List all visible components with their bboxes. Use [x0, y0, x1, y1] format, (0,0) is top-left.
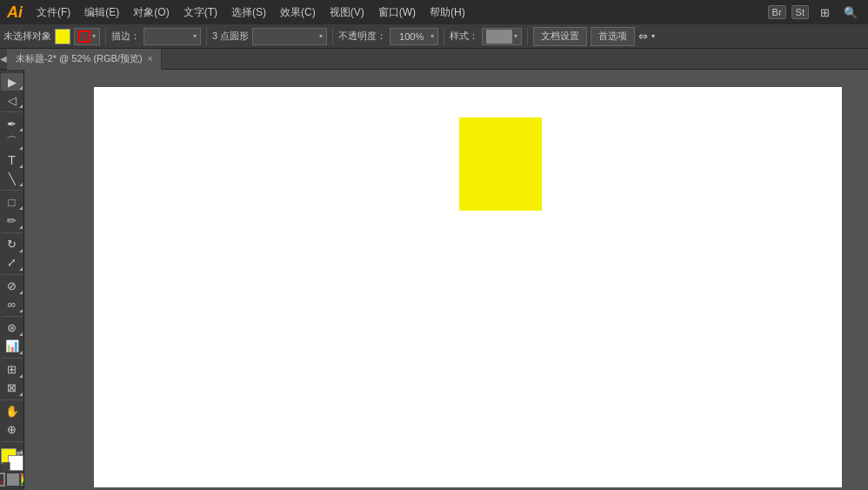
doc-settings-button[interactable]: 文档设置 [533, 27, 587, 46]
tool-sep-7 [2, 399, 23, 400]
rectangle-icon: □ [9, 196, 16, 209]
separator-3 [332, 28, 333, 45]
line-tool[interactable]: ╲ [1, 170, 23, 187]
menu-file[interactable]: 文件(F) [33, 3, 74, 22]
swap-colors-icon[interactable]: ⇄ [17, 448, 23, 457]
main-layout: ▶ ◁ ✒ ⌒ T ╲ □ ✏ [0, 70, 868, 490]
artboard-icon: ⊞ [7, 363, 17, 376]
select-tool[interactable]: ▶ [1, 73, 23, 91]
brush-dropdown[interactable]: ▾ [252, 28, 327, 45]
select-icon: ▶ [8, 76, 17, 89]
app-logo: Ai [7, 3, 23, 22]
menu-select[interactable]: 选择(S) [228, 3, 270, 22]
color-mode-icon[interactable] [7, 473, 19, 486]
none-stroke-row [0, 473, 24, 487]
eyedropper-icon: ⊘ [7, 279, 17, 292]
color-area: ⇄ ⬛ [0, 448, 24, 487]
none-icon[interactable] [0, 473, 5, 487]
menu-object[interactable]: 对象(O) [130, 3, 172, 22]
tool-sep-6 [2, 358, 23, 359]
direct-select-icon: ◁ [8, 94, 17, 107]
search-icon[interactable]: 🔍 [840, 3, 861, 21]
tab-close-button[interactable]: × [148, 54, 153, 64]
menu-edit[interactable]: 编辑(E) [81, 3, 123, 22]
stroke-label: 描边： [111, 30, 140, 43]
separator-2 [206, 28, 207, 45]
opacity-dropdown[interactable]: 100% ▾ [390, 28, 438, 45]
zoom-tool[interactable]: ⊕ [1, 421, 23, 439]
workspace-icon[interactable]: ⊞ [814, 3, 835, 21]
point-label: 3 点圆形 [212, 30, 249, 43]
pen-icon: ✒ [7, 117, 17, 131]
selection-status: 未选择对象 [3, 30, 51, 43]
column-graph-tool[interactable]: 📊 [1, 338, 23, 355]
rotate-icon: ↻ [7, 238, 17, 251]
zoom-icon: ⊕ [7, 423, 17, 436]
line-icon: ╲ [9, 172, 16, 185]
tab-scroll-left[interactable]: ◀ [0, 49, 7, 70]
menu-effect[interactable]: 效果(C) [277, 3, 319, 22]
stock-button[interactable]: St [791, 5, 809, 19]
titlebar-right: Br St ⊞ 🔍 [768, 3, 861, 21]
options-toolbar: 未选择对象 ▾ 描边： ▾ 3 点圆形 ▾ 不透明度： 100% ▾ 样式： ▾… [0, 24, 868, 49]
hand-icon: ✋ [5, 405, 19, 418]
separator-1 [105, 28, 106, 45]
direct-select-tool[interactable]: ◁ [1, 91, 23, 109]
symbol-icon: ⊛ [7, 321, 17, 334]
hand-tool[interactable]: ✋ [1, 403, 23, 420]
separator-5 [527, 28, 528, 45]
style-dropdown[interactable]: ▾ [482, 28, 522, 45]
tab-label: 未标题-2* @ 52% (RGB/预览) [16, 52, 143, 65]
curvature-tool[interactable]: ⌒ [1, 133, 23, 151]
eyedropper-tool[interactable]: ⊘ [1, 278, 23, 295]
canvas-area[interactable] [24, 70, 868, 490]
toolbar-options-arrow[interactable]: ▾ [651, 32, 655, 40]
blend-tool[interactable]: ∞ [1, 296, 23, 313]
menu-help[interactable]: 帮助(H) [426, 3, 469, 22]
menu-view[interactable]: 视图(V) [326, 3, 368, 22]
menu-type[interactable]: 文字(T) [180, 3, 221, 22]
rotate-tool[interactable]: ↻ [1, 235, 23, 252]
opacity-label: 不透明度： [338, 30, 386, 43]
tool-sep-4 [2, 274, 23, 275]
type-tool[interactable]: T [1, 151, 23, 169]
curvature-icon: ⌒ [6, 134, 17, 150]
warp-icon: ⤢ [7, 256, 17, 269]
stroke-dropdown[interactable]: ▾ [74, 28, 100, 45]
fill-swatch[interactable] [55, 29, 70, 44]
stroke-width-dropdown[interactable]: ▾ [144, 28, 201, 45]
paintbrush-icon: ✏ [7, 214, 17, 227]
column-graph-icon: 📊 [5, 339, 19, 352]
tool-sep-5 [2, 316, 23, 317]
tool-sep-3 [2, 232, 23, 233]
color-swatches: ⇄ ⬛ [1, 448, 23, 471]
paintbrush-tool[interactable]: ✏ [1, 211, 23, 229]
blend-icon: ∞ [8, 298, 16, 311]
reset-colors-icon[interactable]: ⬛ [1, 462, 10, 471]
type-icon: T [8, 153, 16, 167]
titlebar: Ai 文件(F) 编辑(E) 对象(O) 文字(T) 选择(S) 效果(C) 视… [0, 0, 868, 24]
separator-4 [444, 28, 444, 45]
tab-bar: ◀ 未标题-2* @ 52% (RGB/预览) × [0, 49, 868, 70]
slice-tool[interactable]: ⊠ [1, 379, 23, 397]
symbol-tool[interactable]: ⊛ [1, 319, 23, 337]
document-tab[interactable]: 未标题-2* @ 52% (RGB/预览) × [7, 49, 162, 70]
bridge-button[interactable]: Br [768, 5, 786, 19]
arrange-icon[interactable]: ⇔ [638, 30, 648, 43]
warp-tool[interactable]: ⤢ [1, 254, 23, 272]
pen-tool[interactable]: ✒ [1, 115, 23, 132]
yellow-rectangle[interactable] [459, 117, 542, 211]
rectangle-tool[interactable]: □ [1, 193, 23, 211]
menu-window[interactable]: 窗口(W) [375, 3, 419, 22]
artboard-tool[interactable]: ⊞ [1, 361, 23, 379]
preferences-button[interactable]: 首选项 [591, 27, 635, 46]
toolbox: ▶ ◁ ✒ ⌒ T ╲ □ ✏ [0, 70, 24, 490]
slice-icon: ⊠ [7, 381, 17, 394]
tool-sep-8 [2, 441, 23, 442]
tool-sep-1 [2, 111, 23, 112]
style-label: 样式： [450, 30, 478, 43]
tool-sep-2 [2, 190, 23, 191]
